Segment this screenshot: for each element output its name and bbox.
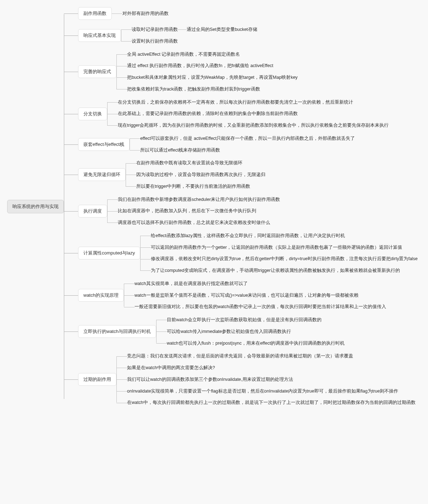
leaf-text: 设置时执行副作用函数: [132, 38, 178, 45]
root-node[interactable]: 响应系统的作用与实现: [7, 200, 64, 213]
leaf-text: effect可以嵌套执行，但是 activeEffect只能保存一个函数，所以一…: [140, 135, 355, 142]
branch-node[interactable]: 分支切换: [78, 108, 107, 120]
branch: 避免无限递归循环在副作用函数中既有读取又有设置就会导致无限循环因为读取的过程中，…: [78, 160, 418, 190]
leaf-text: 在watch中，每次执行回调前都先执行上一次的过期函数，就是说下一次执行了上一次…: [127, 399, 416, 406]
leaf-text: 调度器也可以选择不执行副作用函数，总之就是它来决定依赖改变时做什么: [118, 219, 270, 226]
leaf-node[interactable]: 在副作用函数中既有读取又有设置就会导致无限循环: [136, 160, 265, 166]
leaf-node[interactable]: 所以可以通过effect栈来存储副作用函数: [140, 147, 355, 154]
branch: 嵌套effect与effect栈effect可以嵌套执行，但是 activeEf…: [78, 135, 418, 154]
leaf-node[interactable]: 修改调度器，依赖改变时只把dirty设置为true，然后在getter中判断，d…: [151, 256, 418, 262]
leaf-text: 我们可以让watch的回调函数添加第三个参数onInvalidate,用来设置过…: [127, 376, 293, 383]
leaf-node[interactable]: 读取时记录副作用函数通过全局的Set类型变量bucket存储: [132, 26, 257, 33]
branch: 分支切换在分支切换后，之前保存的依赖将不一定再有效，所以每次执行副作用函数都要先…: [78, 99, 418, 129]
branch: 立即执行的watch与回调执行时机目前watch会立即执行一次监听函数获取初始值…: [78, 317, 418, 346]
leaf-node[interactable]: 可以返回的副作用函数作为一个getter，让返回的副作用函数（实际上是副作用函数…: [151, 244, 418, 251]
leaf-text: 现在trigger会死循环，因为在执行副作用函数的时候，又会重新把函数添加到依赖…: [118, 122, 389, 129]
leaf-text: 在分支切换后，之前保存的依赖将不一定再有效，所以每次执行副作用函数都要先清空上一…: [118, 99, 353, 106]
leaf-node[interactable]: onInvalidate实现很简单，只需要设置一个flag标志是否过期，然后在o…: [127, 388, 416, 395]
leaf-text: 所以可以通过effect栈来存储副作用函数: [140, 147, 220, 154]
leaf-node[interactable]: 竞态问题：我们在发送两次请求，但是后面的请求先返回，会导致最新的请求结果被过期的…: [127, 353, 416, 360]
branch-node[interactable]: 嵌套effect与effect栈: [78, 138, 130, 151]
leaf-text: 在此基础上，需要记录副作用函数的依赖，清除时在依赖到的集合中删除当前副作用函数: [118, 110, 298, 117]
leaf-node[interactable]: watch其实很简单，就是在调度器执行指定函数就可以了: [135, 280, 386, 287]
branch-node[interactable]: 计算属性computed与lazy: [78, 247, 140, 259]
leaf-text: 因为读取的过程中，设置会导致副作用函数再次执行，无限递归: [136, 171, 265, 178]
leaf-node[interactable]: 在此基础上，需要记录副作用函数的依赖，清除时在依赖到的集合中删除当前副作用函数: [118, 110, 389, 117]
leaves: 竞态问题：我们在发送两次请求，但是后面的请求先返回，会导致最新的请求结果被过期的…: [127, 353, 416, 406]
leaf-node[interactable]: 把bucket和具体对象属性对应，设置为WeakMap，先映射target，再设…: [127, 74, 298, 81]
leaf-text: onInvalidate实现很简单，只需要设置一个flag标志是否过期，然后在o…: [127, 388, 398, 395]
leaf-node[interactable]: watch一般是监听某个值而不是函数，可以写成()=>value来访问值，也可以…: [135, 292, 386, 299]
leaf-text: 通过 effect 执行副作用函数，执行时传入函数fn，把fn赋值给 activ…: [127, 62, 273, 69]
leaves: 我们在副作用函数中新增参数调度器scheduler来让用户执行如何执行副作用函数…: [118, 196, 280, 226]
branch-node[interactable]: 完善的响应式: [78, 65, 116, 78]
leaf-node[interactable]: 对外部有副作用的函数: [122, 10, 169, 17]
branch-node[interactable]: 避免无限递归循环: [78, 168, 126, 181]
leaves: 在分支切换后，之前保存的依赖将不一定再有效，所以每次执行副作用函数都要先清空上一…: [118, 99, 389, 129]
leaf-text: 目前watch会立即执行一次监听函数获取初始值，但是是没有执行回调函数的: [167, 317, 322, 323]
leaves: 目前watch会立即执行一次监听函数获取初始值，但是是没有执行回调函数的可以给w…: [167, 317, 345, 346]
children-container: 副作用函数对外部有副作用的函数响应式基本实现读取时记录副作用函数通过全局的Set…: [78, 7, 418, 406]
leaf-node[interactable]: 为了让computed变成响应式，在调度器中，手动调用trigger让依赖该属性…: [151, 267, 418, 274]
leaf-node[interactable]: 目前watch会立即执行一次监听函数获取初始值，但是是没有执行回调函数的: [167, 317, 345, 323]
leaf-text: 如果是在watch中调用的两次需要怎么解决?: [127, 365, 215, 371]
leaf-node[interactable]: 设置时执行副作用函数: [132, 38, 257, 45]
leaf-text: 可以给watch传入immediate参数让初始值也传入回调函数执行: [167, 328, 291, 335]
leaf-text: 把bucket和具体对象属性对应，设置为WeakMap，先映射target，再设…: [127, 74, 298, 81]
leaves: 给effect函数添加lazy属性，这样函数不会立即执行，同时返回副作用函数，让…: [151, 232, 418, 274]
leaves: 对外部有副作用的函数: [122, 10, 169, 17]
branch: 执行调度我们在副作用函数中新增参数调度器scheduler来让用户执行如何执行副…: [78, 196, 418, 226]
leaf-text: 把收集依赖封装为track函数，把触发副作用函数封装到trigger函数: [127, 86, 260, 93]
leaf-text: 一般还需要新旧值对比，所以要在包装的watch函数中记录上一次的值，每次执行回调…: [135, 303, 386, 310]
leaf-text: 竞态问题：我们在发送两次请求，但是后面的请求先返回，会导致最新的请求结果被过期的…: [127, 353, 353, 360]
leaf-node[interactable]: 我们可以让watch的回调函数添加第三个参数onInvalidate,用来设置过…: [127, 376, 416, 383]
leaves: 全局 activeEffect 记录副作用函数，不需要再固定函数名通过 effe…: [127, 51, 298, 93]
leaf-node[interactable]: 调度器也可以选择不执行副作用函数，总之就是它来决定依赖改变时做什么: [118, 219, 280, 226]
leaf-node[interactable]: 全局 activeEffect 记录副作用函数，不需要再固定函数名: [127, 51, 298, 58]
leaf-text: 读取时记录副作用函数: [132, 26, 178, 33]
leaf-node[interactable]: 如果是在watch中调用的两次需要怎么解决?: [127, 365, 416, 371]
leaf-node[interactable]: 把收集依赖封装为track函数，把触发副作用函数封装到trigger函数: [127, 86, 298, 93]
branch-node[interactable]: 副作用函数: [78, 7, 112, 20]
leaf-node[interactable]: 现在trigger会死循环，因为在执行副作用函数的时候，又会重新把函数添加到依赖…: [118, 122, 389, 129]
leaf-text: watch也可以传入flush：pre|post|sync，用来在effect的…: [167, 340, 345, 347]
leaf-node[interactable]: 因为读取的过程中，设置会导致副作用函数再次执行，无限递归: [136, 171, 265, 178]
leaf-text: 给effect函数添加lazy属性，这样函数不会立即执行，同时返回副作用函数，让…: [151, 232, 345, 239]
leaf-node[interactable]: 我们在副作用函数中新增参数调度器scheduler来让用户执行如何执行副作用函数: [118, 196, 280, 203]
leaf-node[interactable]: 通过 effect 执行副作用函数，执行时传入函数fn，把fn赋值给 activ…: [127, 62, 298, 69]
leaf-node[interactable]: 比如在调度器中，把函数加入队列，然后在下一次微任务中执行队列: [118, 208, 280, 214]
leaf-text: 在副作用函数中既有读取又有设置就会导致无限循环: [136, 160, 242, 166]
leaf-sub-text: 通过全局的Set类型变量bucket存储: [187, 26, 257, 33]
branch-node[interactable]: 执行调度: [78, 205, 107, 218]
leaf-node[interactable]: 所以要在trigger中判断，不要执行当前激活的副作用函数: [136, 183, 265, 190]
leaf-text: 为了让computed变成响应式，在调度器中，手动调用trigger让依赖该属性…: [151, 267, 400, 274]
leaf-text: 修改调度器，依赖改变时只把dirty设置为true，然后在getter中判断，d…: [151, 256, 418, 262]
leaves: 读取时记录副作用函数通过全局的Set类型变量bucket存储设置时执行副作用函数: [132, 26, 257, 45]
leaf-text: watch其实很简单，就是在调度器执行指定函数就可以了: [135, 280, 248, 287]
mindmap: 响应系统的作用与实现 副作用函数对外部有副作用的函数响应式基本实现读取时记录副作…: [7, 7, 421, 406]
leaf-text: 我们在副作用函数中新增参数调度器scheduler来让用户执行如何执行副作用函数: [118, 196, 280, 203]
branch-node[interactable]: 过期的副作用: [78, 373, 116, 386]
leaf-text: 对外部有副作用的函数: [122, 10, 169, 17]
branch: watch的实现原理watch其实很简单，就是在调度器执行指定函数就可以了wat…: [78, 280, 418, 310]
leaf-node[interactable]: 给effect函数添加lazy属性，这样函数不会立即执行，同时返回副作用函数，让…: [151, 232, 418, 239]
leaf-node[interactable]: watch也可以传入flush：pre|post|sync，用来在effect的…: [167, 340, 345, 347]
branch-node[interactable]: watch的实现原理: [78, 289, 124, 302]
branch-node[interactable]: 响应式基本实现: [78, 29, 121, 42]
branch: 过期的副作用竞态问题：我们在发送两次请求，但是后面的请求先返回，会导致最新的请求…: [78, 353, 418, 406]
leaf-text: 可以返回的副作用函数作为一个getter，让返回的副作用函数（实际上是副作用函数…: [151, 244, 402, 251]
leaf-node[interactable]: effect可以嵌套执行，但是 activeEffect只能保存一个函数，所以一…: [140, 135, 355, 142]
leaf-text: 全局 activeEffect 记录副作用函数，不需要再固定函数名: [127, 51, 240, 58]
leaf-node[interactable]: 一般还需要新旧值对比，所以要在包装的watch函数中记录上一次的值，每次执行回调…: [135, 303, 386, 310]
branch: 副作用函数对外部有副作用的函数: [78, 7, 418, 20]
leaf-text: 比如在调度器中，把函数加入队列，然后在下一次微任务中执行队列: [118, 208, 256, 214]
branch: 计算属性computed与lazy给effect函数添加lazy属性，这样函数不…: [78, 232, 418, 274]
leaf-node[interactable]: 可以给watch传入immediate参数让初始值也传入回调函数执行: [167, 328, 345, 335]
leaf-text: watch一般是监听某个值而不是函数，可以写成()=>value来访问值，也可以…: [135, 292, 358, 299]
leaf-node[interactable]: 在分支切换后，之前保存的依赖将不一定再有效，所以每次执行副作用函数都要先清空上一…: [118, 99, 389, 106]
branch-node[interactable]: 立即执行的watch与回调执行时机: [78, 325, 156, 338]
leaves: effect可以嵌套执行，但是 activeEffect只能保存一个函数，所以一…: [140, 135, 355, 154]
branch: 完善的响应式全局 activeEffect 记录副作用函数，不需要再固定函数名通…: [78, 51, 418, 93]
leaf-node[interactable]: 在watch中，每次执行回调前都先执行上一次的过期函数，就是说下一次执行了上一次…: [127, 399, 416, 406]
branch: 响应式基本实现读取时记录副作用函数通过全局的Set类型变量bucket存储设置时…: [78, 26, 418, 45]
